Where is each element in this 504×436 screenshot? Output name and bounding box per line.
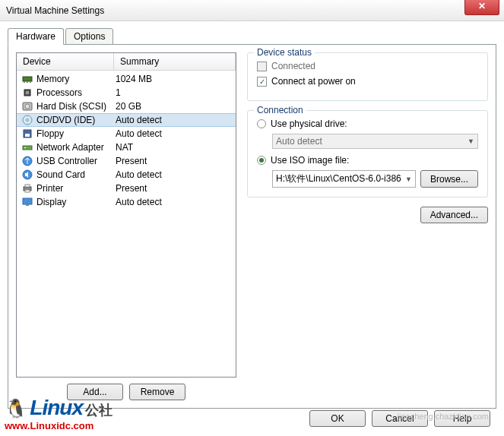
device-list: Device Summary Memory1024 MBProcessors1H… <box>16 52 236 378</box>
device-summary: 1024 MB <box>116 74 231 84</box>
connection-title: Connection <box>254 105 306 115</box>
physical-drive-row[interactable]: Use physical drive: <box>257 118 478 129</box>
physical-drive-combo: Auto detect ▼ <box>272 134 478 149</box>
floppy-icon <box>21 128 33 140</box>
dialog-content: Hardware Options Device Summary Memory10… <box>0 21 504 415</box>
usb-icon <box>21 155 33 167</box>
device-summary: Auto detect <box>116 115 231 125</box>
svg-rect-2 <box>27 81 28 83</box>
physical-drive-combo-wrap: Auto detect ▼ <box>272 134 478 149</box>
printer-icon <box>21 182 33 194</box>
device-summary: Auto detect <box>116 169 231 180</box>
device-rows: Memory1024 MBProcessors1Hard Disk (SCSI)… <box>17 71 236 210</box>
device-name: Printer <box>36 183 116 194</box>
hdd-icon <box>21 100 33 112</box>
device-summary: Auto detect <box>116 197 231 207</box>
remove-button[interactable]: Remove <box>129 384 185 400</box>
close-button[interactable]: ✕ <box>464 0 499 15</box>
svg-rect-12 <box>23 146 32 150</box>
physical-drive-label: Use physical drive: <box>271 118 347 129</box>
device-row[interactable]: Processors1 <box>17 86 236 100</box>
watermark-suffix: 公社 <box>85 403 113 418</box>
cpu-icon <box>21 87 33 99</box>
device-status-group: Device status Connected ✓ Connect at pow… <box>247 52 488 101</box>
connect-power-checkbox[interactable]: ✓ <box>257 77 267 87</box>
device-row[interactable]: Hard Disk (SCSI)20 GB <box>17 100 236 113</box>
advanced-row: Advanced... <box>247 207 488 223</box>
watermark-left: 🐧 Linux 公社 www.Linuxidc.com <box>5 396 113 431</box>
device-name: Hard Disk (SCSI) <box>36 101 116 112</box>
iso-file-row: H:\软件\Linux\CentOS-6.0-i386 ▼ Browse... <box>272 170 478 188</box>
iso-file-combo[interactable]: H:\软件\Linux\CentOS-6.0-i386 ▼ <box>272 170 416 188</box>
device-row[interactable]: FloppyAuto detect <box>17 127 236 141</box>
connection-group: Connection Use physical drive: Auto dete… <box>247 110 488 197</box>
left-pane: Device Summary Memory1024 MBProcessors1H… <box>16 52 236 400</box>
device-name: Display <box>36 197 116 207</box>
device-name: Memory <box>36 74 116 84</box>
device-row[interactable]: PrinterPresent <box>17 182 236 195</box>
header-summary[interactable]: Summary <box>114 53 236 70</box>
device-summary: 1 <box>116 87 231 98</box>
browse-button[interactable]: Browse... <box>420 170 478 188</box>
title-bar: Virtual Machine Settings ✕ <box>0 0 504 21</box>
svg-rect-11 <box>25 134 30 137</box>
display-icon <box>21 196 33 208</box>
watermark-brand: Linux <box>30 396 83 419</box>
svg-rect-17 <box>25 185 30 187</box>
cd-icon <box>21 114 33 126</box>
device-summary: Present <box>116 183 231 194</box>
iso-label: Use ISO image file: <box>271 155 349 166</box>
tab-options[interactable]: Options <box>65 28 113 45</box>
device-name: Network Adapter <box>36 142 116 153</box>
device-row[interactable]: CD/DVD (IDE)Auto detect <box>17 113 236 127</box>
device-row[interactable]: DisplayAuto detect <box>17 195 236 209</box>
tab-strip: Hardware Options <box>8 28 496 45</box>
radio-dot-icon <box>259 158 264 163</box>
penguin-icon: 🐧 <box>5 398 27 419</box>
device-row[interactable]: USB ControllerPresent <box>17 154 236 168</box>
watermark-url: www.Linuxidc.com <box>5 420 113 431</box>
device-summary: 20 GB <box>116 101 231 112</box>
device-status-title: Device status <box>254 47 315 58</box>
svg-rect-19 <box>23 198 32 204</box>
svg-rect-13 <box>24 147 26 148</box>
device-summary: NAT <box>116 142 231 153</box>
device-name: Floppy <box>36 128 116 139</box>
iso-file-value: H:\软件\Linux\CentOS-6.0-i386 <box>276 172 401 185</box>
physical-drive-radio[interactable] <box>257 119 266 128</box>
chevron-down-icon: ▼ <box>468 137 474 145</box>
header-device[interactable]: Device <box>17 53 114 70</box>
device-row[interactable]: Sound CardAuto detect <box>17 168 236 182</box>
net-icon <box>21 141 33 153</box>
device-row[interactable]: Network AdapterNAT <box>17 141 236 154</box>
iso-radio[interactable] <box>257 156 266 165</box>
svg-rect-18 <box>25 190 30 192</box>
advanced-button[interactable]: Advanced... <box>420 207 488 223</box>
ok-button[interactable]: OK <box>309 410 366 427</box>
connect-power-label: Connect at power on <box>271 76 356 87</box>
sound-icon <box>21 169 33 181</box>
device-summary: Present <box>116 156 231 166</box>
connect-power-row[interactable]: ✓ Connect at power on <box>257 76 478 87</box>
chevron-down-icon[interactable]: ▼ <box>405 175 412 183</box>
svg-rect-20 <box>26 204 29 206</box>
tab-hardware[interactable]: Hardware <box>8 28 64 45</box>
connected-row[interactable]: Connected <box>257 61 478 71</box>
svg-point-9 <box>27 119 29 122</box>
device-row[interactable]: Memory1024 MB <box>17 72 236 86</box>
svg-rect-3 <box>30 81 31 83</box>
svg-rect-5 <box>26 91 29 94</box>
device-name: CD/DVD (IDE) <box>36 115 116 125</box>
tab-panel: Device Summary Memory1024 MBProcessors1H… <box>8 44 496 409</box>
svg-point-7 <box>25 104 30 109</box>
svg-rect-1 <box>24 81 25 83</box>
physical-drive-value: Auto detect <box>276 136 322 147</box>
device-name: Sound Card <box>36 169 116 180</box>
connected-checkbox <box>257 62 267 71</box>
window-title: Virtual Machine Settings <box>6 5 104 16</box>
device-name: Processors <box>36 87 116 98</box>
iso-row[interactable]: Use ISO image file: <box>257 155 478 166</box>
right-pane: Device status Connected ✓ Connect at pow… <box>247 52 488 400</box>
memory-icon <box>21 73 33 85</box>
svg-rect-0 <box>23 77 32 81</box>
